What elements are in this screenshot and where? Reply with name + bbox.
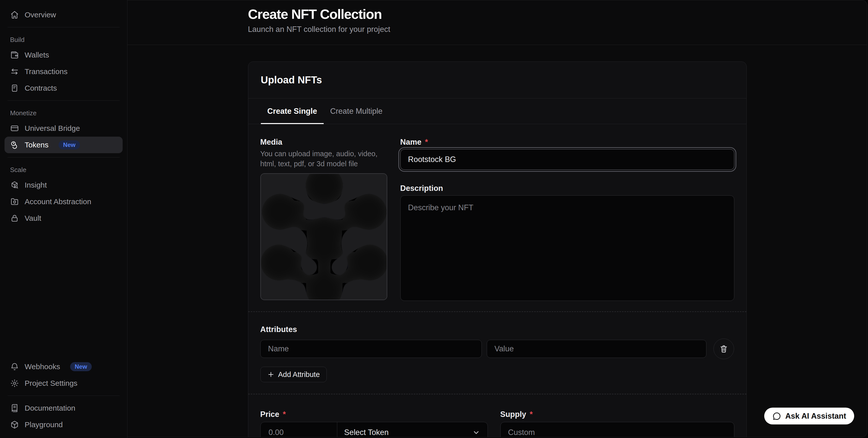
chevron-down-icon (472, 428, 480, 437)
sidebar-item-label: Wallets (25, 51, 49, 59)
chat-bubble-icon (772, 412, 781, 421)
price-input-group: Select Token (260, 422, 488, 437)
required-asterisk: * (283, 410, 286, 419)
sidebar-item-tokens[interactable]: Tokens New (4, 137, 123, 153)
trash-icon (719, 344, 728, 353)
attributes-label: Attributes (260, 325, 734, 334)
sidebar-item-label: Contracts (25, 84, 57, 93)
tab-create-multiple[interactable]: Create Multiple (324, 98, 389, 124)
attribute-value-input[interactable] (487, 340, 706, 358)
page-subtitle: Launch an NFT collection for your projec… (248, 25, 747, 34)
tab-create-single[interactable]: Create Single (261, 98, 324, 124)
price-field: Price * Select Token (260, 410, 488, 437)
sidebar-item-wallets[interactable]: Wallets (4, 47, 123, 63)
insight-box-icon (10, 180, 19, 190)
sidebar-item-label: Tokens (25, 141, 49, 149)
sidebar-section-monetize: Monetize (10, 109, 117, 117)
sidebar: Overview Build Wallets Transactions Cont… (0, 0, 127, 438)
sidebar-item-playground[interactable]: Playground (4, 416, 123, 433)
card-title: Upload NFTs (248, 62, 746, 98)
delete-attribute-button[interactable] (713, 339, 734, 359)
sidebar-item-project-settings[interactable]: Project Settings (4, 375, 123, 392)
supply-field: Supply * (500, 410, 734, 437)
sidebar-item-label: Project Settings (25, 379, 78, 388)
price-supply-row: Price * Select Token (260, 410, 734, 437)
required-asterisk: * (425, 138, 428, 147)
price-label: Price * (260, 410, 488, 419)
sidebar-item-label: Overview (25, 10, 56, 19)
transactions-icon (10, 67, 19, 76)
sidebar-item-label: Vault (25, 214, 41, 223)
ask-ai-assistant-button[interactable]: Ask AI Assistant (764, 408, 854, 425)
sidebar-item-documentation[interactable]: Documentation (4, 400, 123, 416)
page-header: Create NFT Collection Launch an NFT coll… (127, 0, 867, 45)
home-icon (10, 10, 19, 19)
tab-bar: Create Single Create Multiple (248, 98, 746, 124)
sidebar-section-scale: Scale (10, 166, 117, 174)
credit-card-icon (10, 124, 19, 133)
attribute-name-input[interactable] (260, 340, 482, 358)
sidebar-section-build: Build (10, 36, 117, 44)
sidebar-item-label: Webhooks (25, 362, 60, 371)
sidebar-item-label: Transactions (25, 67, 68, 76)
sidebar-item-transactions[interactable]: Transactions (4, 63, 123, 80)
sidebar-item-label: Universal Bridge (25, 124, 80, 133)
supply-input[interactable] (500, 422, 734, 437)
token-select-dropdown[interactable]: Select Token (337, 422, 488, 437)
fields-column: Name * Description (400, 138, 734, 301)
name-label: Name * (400, 138, 734, 147)
supply-label: Supply * (500, 410, 734, 419)
sidebar-divider (7, 396, 120, 396)
sidebar-item-insight[interactable]: Insight (4, 177, 123, 193)
sidebar-item-label: Insight (25, 181, 47, 189)
folder-shield-icon (10, 197, 19, 206)
new-badge: New (70, 362, 91, 371)
name-input[interactable] (400, 149, 734, 170)
sidebar-item-universal-bridge[interactable]: Universal Bridge (4, 120, 123, 137)
price-amount-input[interactable] (268, 428, 330, 437)
media-label: Media (260, 138, 389, 147)
media-upload-dropzone[interactable] (260, 173, 387, 300)
media-helper-text: You can upload image, audio, video, html… (260, 149, 387, 169)
sidebar-footer: Webhooks New Project Settings Documentat… (4, 359, 123, 433)
new-badge: New (59, 140, 80, 149)
nft-form: Media You can upload image, audio, video… (248, 124, 746, 437)
plus-icon (267, 371, 275, 378)
sidebar-item-label: Account Abstraction (25, 197, 91, 206)
sidebar-item-label: Documentation (25, 404, 75, 412)
cube-icon (10, 420, 19, 429)
media-column: Media You can upload image, audio, video… (260, 138, 389, 301)
book-icon (10, 404, 19, 413)
attributes-section: Attributes Add Attribute (248, 311, 746, 394)
sidebar-item-contracts[interactable]: Contracts (4, 80, 123, 96)
sidebar-divider (7, 100, 120, 101)
main-panel: Create NFT Collection Launch an NFT coll… (127, 0, 867, 437)
description-textarea[interactable] (400, 195, 734, 301)
wallet-icon (10, 50, 19, 60)
contract-file-icon (10, 83, 19, 93)
media-preview-image (261, 174, 387, 300)
coins-icon (10, 140, 19, 149)
add-attribute-button[interactable]: Add Attribute (260, 367, 327, 382)
description-label: Description (400, 184, 734, 193)
attribute-row (260, 339, 734, 359)
sidebar-divider (7, 157, 120, 158)
sidebar-item-webhooks[interactable]: Webhooks New (4, 359, 123, 375)
page-title: Create NFT Collection (248, 6, 747, 22)
sidebar-item-overview[interactable]: Overview (4, 6, 123, 23)
sidebar-item-label: Playground (25, 420, 63, 429)
price-amount-wrap (260, 422, 337, 437)
gear-icon (10, 379, 19, 388)
required-asterisk: * (530, 410, 533, 419)
upload-nfts-card: Upload NFTs Create Single Create Multipl… (248, 62, 747, 437)
lock-icon (10, 214, 19, 223)
bell-icon (10, 362, 19, 371)
sidebar-item-vault[interactable]: Vault (4, 210, 123, 227)
sidebar-item-account-abstraction[interactable]: Account Abstraction (4, 193, 123, 210)
